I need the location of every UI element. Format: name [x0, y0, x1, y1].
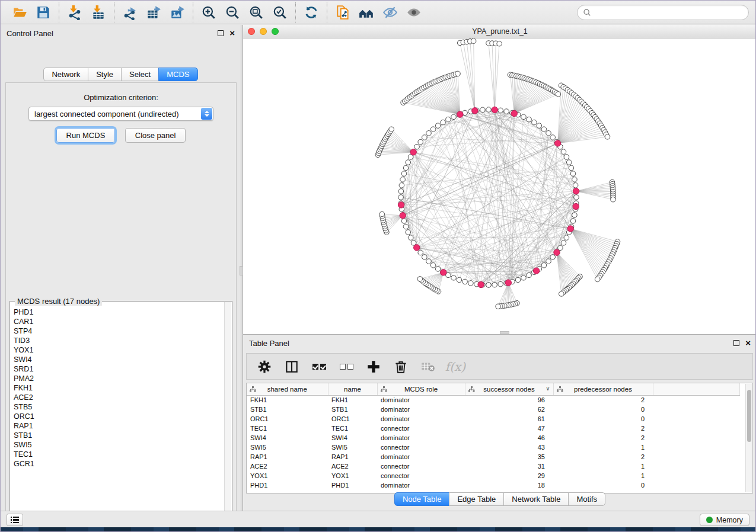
table-cell[interactable]: RAP1 [247, 452, 328, 462]
table-cell[interactable] [653, 405, 740, 414]
table-cell[interactable]: PHD1 [247, 480, 328, 490]
table-cell[interactable]: connector [377, 443, 465, 452]
table-cell[interactable]: 1 [553, 471, 653, 480]
table-cell[interactable]: 61 [465, 414, 553, 424]
float-table-panel-icon[interactable] [733, 340, 739, 346]
table-cell[interactable]: 2 [553, 424, 653, 433]
tab-network-table[interactable]: Network Table [503, 492, 569, 506]
show-columns-icon[interactable] [283, 358, 300, 376]
table-cell[interactable]: TEC1 [247, 424, 328, 433]
close-table-panel-icon[interactable]: × [745, 340, 751, 346]
export-image-icon[interactable] [168, 4, 187, 21]
table-cell[interactable] [653, 424, 740, 433]
table-cell[interactable]: 0 [553, 405, 653, 414]
window-close-icon[interactable] [248, 28, 255, 35]
table-cell[interactable]: 62 [465, 405, 553, 414]
tab-motifs[interactable]: Motifs [568, 492, 605, 506]
tab-style[interactable]: Style [88, 68, 122, 81]
deselect-all-checks-icon[interactable] [338, 358, 355, 376]
table-scrollbar-thumb[interactable] [747, 390, 751, 442]
table-cell[interactable] [653, 433, 740, 443]
mcds-result-item[interactable]: ORC1 [14, 412, 224, 421]
table-cell[interactable]: 35 [465, 452, 553, 462]
search-input[interactable] [594, 8, 743, 17]
table-cell[interactable]: 29 [465, 471, 553, 480]
refresh-view-icon[interactable] [302, 4, 321, 21]
close-panel-button[interactable]: Close panel [125, 128, 186, 143]
table-cell[interactable] [653, 452, 740, 462]
table-cell[interactable]: ACE2 [247, 462, 328, 471]
table-row[interactable]: RAP1RAP1dominator352 [247, 452, 740, 462]
table-row[interactable]: ACE2ACE2connector311 [247, 462, 740, 471]
table-cell[interactable] [653, 414, 740, 424]
export-network-icon[interactable] [120, 4, 139, 21]
tab-mcds[interactable]: MCDS [158, 68, 197, 81]
table-cell[interactable] [653, 462, 740, 471]
zoom-fit-icon[interactable] [247, 4, 266, 21]
delete-column-icon[interactable] [393, 358, 409, 376]
vertical-splitter-handle[interactable] [240, 266, 243, 275]
mcds-result-item[interactable]: STP4 [14, 326, 224, 336]
zoom-in-icon[interactable] [199, 4, 218, 21]
table-cell[interactable]: dominator [377, 395, 465, 405]
table-cell[interactable]: SWI4 [328, 433, 377, 443]
window-minimize-icon[interactable] [260, 28, 267, 35]
mcds-result-item[interactable]: GCR1 [14, 459, 224, 469]
mcds-result-item[interactable]: TEC1 [14, 450, 224, 459]
table-cell[interactable]: SWI4 [247, 433, 328, 443]
task-history-button[interactable] [7, 514, 23, 526]
mcds-result-item[interactable]: STB1 [14, 431, 224, 440]
hide-selected-icon[interactable] [381, 4, 400, 21]
table-scrollbar[interactable] [745, 384, 752, 492]
table-cell[interactable]: YOX1 [328, 471, 377, 480]
window-zoom-icon[interactable] [272, 28, 279, 35]
table-cell[interactable]: 0 [553, 480, 653, 490]
table-cell[interactable]: PHD1 [328, 480, 377, 490]
column-header-mcds-role[interactable]: MCDS role [377, 383, 465, 395]
mcds-list-scrollbar[interactable] [224, 302, 231, 520]
table-cell[interactable]: dominator [377, 433, 465, 443]
table-cell[interactable]: SWI5 [328, 443, 377, 452]
table-cell[interactable]: YOX1 [247, 471, 328, 480]
mcds-result-item[interactable]: SRD1 [14, 364, 224, 374]
table-row[interactable]: TEC1TEC1connector472 [247, 424, 740, 433]
tab-select[interactable]: Select [121, 68, 159, 81]
mcds-result-item[interactable]: PHD1 [14, 307, 224, 317]
table-row[interactable]: PHD1PHD1dominator180 [247, 480, 740, 490]
table-cell[interactable]: dominator [377, 414, 465, 424]
table-cell[interactable]: 18 [465, 480, 553, 490]
table-cell[interactable]: STB1 [328, 405, 377, 414]
mcds-result-item[interactable]: SWI4 [14, 355, 224, 364]
table-cell[interactable]: 31 [465, 462, 553, 471]
close-panel-icon[interactable]: × [229, 30, 235, 36]
table-cell[interactable]: FKH1 [328, 395, 377, 405]
float-panel-icon[interactable] [218, 30, 224, 36]
table-cell[interactable]: dominator [377, 405, 465, 414]
add-column-icon[interactable] [365, 358, 382, 376]
network-canvas[interactable] [243, 39, 756, 334]
table-cell[interactable] [653, 471, 740, 480]
table-cell[interactable]: connector [377, 462, 465, 471]
criterion-select[interactable]: largest connected component (undirected) [28, 107, 213, 121]
table-cell[interactable] [653, 443, 740, 452]
table-cell[interactable] [653, 395, 740, 405]
zoom-out-icon[interactable] [223, 4, 242, 21]
sort-descending-icon[interactable]: ∨ [546, 385, 550, 392]
mcds-result-item[interactable]: YOX1 [14, 345, 224, 355]
column-header-shared-name[interactable]: shared name [247, 383, 328, 395]
table-cell[interactable]: TEC1 [328, 424, 377, 433]
mcds-result-item[interactable]: PMA2 [14, 374, 224, 383]
mcds-result-item[interactable]: RAP1 [14, 421, 224, 431]
show-all-icon[interactable] [404, 4, 423, 21]
table-cell[interactable]: STB1 [247, 405, 328, 414]
table-cell[interactable]: 0 [553, 414, 653, 424]
tab-edge-table[interactable]: Edge Table [449, 492, 504, 506]
first-neighbors-icon[interactable] [357, 4, 376, 21]
table-settings-gear-icon[interactable] [256, 358, 273, 376]
tab-node-table[interactable]: Node Table [394, 492, 450, 506]
select-all-checks-icon[interactable] [311, 358, 327, 376]
mcds-result-item[interactable]: CAR1 [14, 317, 224, 326]
duplicate-network-icon[interactable] [333, 4, 352, 21]
zoom-selected-icon[interactable] [270, 4, 289, 21]
table-cell[interactable]: FKH1 [247, 395, 328, 405]
